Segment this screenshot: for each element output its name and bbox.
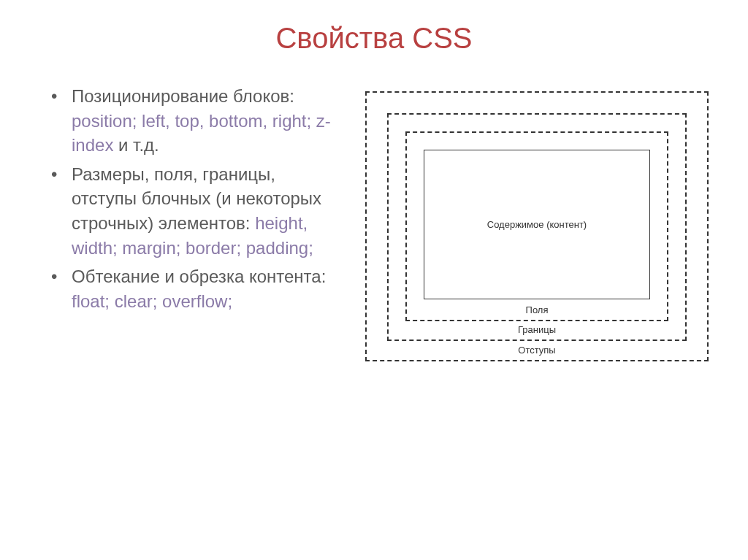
bullet-item: Позиционирование блоков: position; left,… <box>51 84 343 158</box>
bullet-item: Обтекание и обрезка контента: float; cle… <box>51 264 343 313</box>
bullet-text: Обтекание и обрезка контента: <box>72 266 326 286</box>
css-properties: float; clear; overflow; <box>72 291 232 311</box>
border-label: Границы <box>518 324 556 335</box>
slide-title: Свойства CSS <box>37 22 711 55</box>
content-area: Позиционирование блоков: position; left,… <box>37 84 711 361</box>
content-box: Содержимое (контент) <box>424 150 650 299</box>
css-properties: position; left, top, bottom, right; z-in… <box>72 111 331 156</box>
bullet-column: Позиционирование блоков: position; left,… <box>37 84 343 361</box>
content-label: Содержимое (контент) <box>487 219 587 230</box>
bullet-text: Позиционирование блоков: <box>72 86 294 106</box>
diagram-column: Отступы Границы Поля Содержимое (контент… <box>365 84 711 361</box>
box-model-diagram: Отступы Границы Поля Содержимое (контент… <box>365 91 709 361</box>
bullet-list: Позиционирование блоков: position; left,… <box>51 84 343 313</box>
bullet-text-after: и т.д. <box>113 135 159 155</box>
padding-label: Поля <box>526 304 549 315</box>
margin-label: Отступы <box>518 345 555 356</box>
bullet-item: Размеры, поля, границы, отступы блочных … <box>51 162 343 260</box>
